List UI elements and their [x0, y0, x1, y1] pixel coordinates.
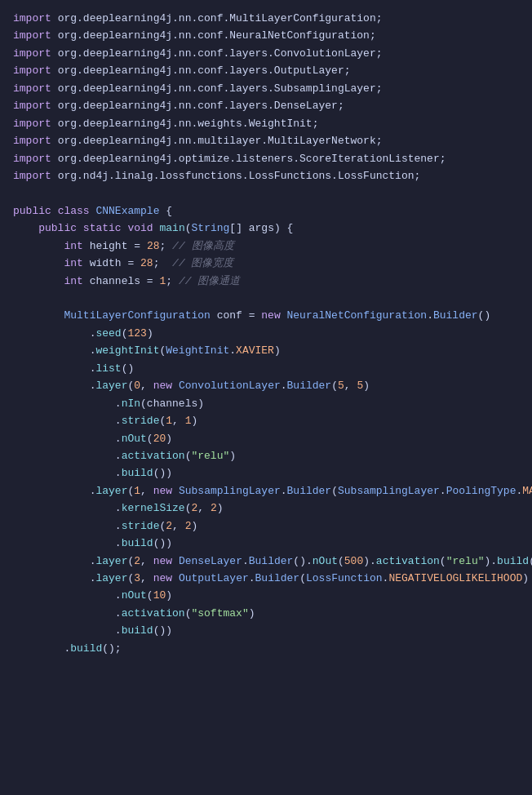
code-line: .kernelSize(2, 2): [0, 500, 532, 517]
code-line: .list(): [0, 360, 532, 377]
code-line: int width = 28; // 图像宽度: [0, 255, 532, 272]
code-line: import org.deeplearning4j.nn.conf.MultiL…: [0, 10, 532, 27]
code-line: import org.deeplearning4j.nn.conf.layers…: [0, 45, 532, 62]
code-line: import org.deeplearning4j.nn.weights.Wei…: [0, 115, 532, 132]
code-line: MultiLayerConfiguration conf = new Neura…: [0, 307, 532, 324]
code-line: .nOut(20): [0, 430, 532, 447]
code-line-empty: [0, 290, 532, 307]
code-line: import org.deeplearning4j.optimize.liste…: [0, 150, 532, 167]
code-line: import org.deeplearning4j.nn.conf.layers…: [0, 97, 532, 114]
code-line: import org.nd4j.linalg.lossfunctions.Los…: [0, 167, 532, 184]
code-line: .build();: [0, 640, 532, 657]
code-line: .layer(0, new ConvolutionLayer.Builder(5…: [0, 377, 532, 394]
code-line: .activation("softmax"): [0, 605, 532, 622]
code-line-empty: [0, 184, 532, 202]
code-line: .layer(1, new SubsamplingLayer.Builder(S…: [0, 482, 532, 500]
code-line: public static void main(String[] args) {: [0, 220, 532, 237]
code-line: import org.deeplearning4j.nn.conf.layers…: [0, 80, 532, 97]
code-line: import org.deeplearning4j.nn.conf.layers…: [0, 62, 532, 79]
code-line: .build()): [0, 622, 532, 639]
code-line: .stride(1, 1): [0, 412, 532, 429]
code-line: import org.deeplearning4j.nn.multilayer.…: [0, 132, 532, 149]
code-line: .weightInit(WeightInit.XAVIER): [0, 342, 532, 359]
code-line: int channels = 1; // 图像通道: [0, 273, 532, 290]
code-line: int height = 28; // 图像高度: [0, 238, 532, 255]
code-line: .stride(2, 2): [0, 517, 532, 535]
code-line: import org.deeplearning4j.nn.conf.Neural…: [0, 27, 532, 44]
code-editor: import org.deeplearning4j.nn.conf.MultiL…: [0, 0, 532, 667]
code-line: public class CNNExample {: [0, 202, 532, 220]
code-line: .layer(3, new OutputLayer.Builder(LossFu…: [0, 570, 532, 587]
code-line: .layer(2, new DenseLayer.Builder().nOut(…: [0, 553, 532, 570]
code-line: .build()): [0, 535, 532, 552]
code-line: .build()): [0, 464, 532, 482]
code-line: .activation("relu"): [0, 447, 532, 464]
code-line: .nIn(channels): [0, 395, 532, 412]
code-line: .nOut(10): [0, 587, 532, 604]
code-line: .seed(123): [0, 325, 532, 342]
